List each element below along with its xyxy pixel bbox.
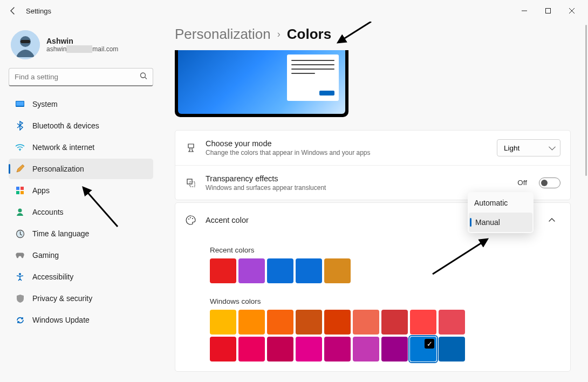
color-swatch[interactable] (410, 310, 436, 335)
svg-rect-0 (546, 9, 551, 13)
sidebar-item-privacy[interactable]: Privacy & security (9, 288, 153, 309)
check-icon: ✓ (425, 339, 434, 349)
sidebar-item-accessibility[interactable]: Accessibility (9, 267, 153, 287)
color-swatch[interactable] (353, 337, 379, 361)
svg-point-19 (192, 218, 193, 219)
desktop-preview (175, 50, 348, 117)
color-swatch[interactable] (381, 337, 408, 361)
sidebar-item-system[interactable]: System (9, 94, 153, 114)
color-swatch[interactable] (324, 337, 351, 361)
avatar (11, 30, 40, 59)
maximize-button[interactable] (536, 2, 560, 19)
color-swatch[interactable] (439, 310, 465, 335)
choose-mode-sub: Change the colors that appear in Windows… (206, 149, 488, 156)
palette-icon (185, 215, 197, 226)
window-title: Settings (26, 7, 51, 15)
search-input[interactable] (9, 68, 153, 86)
user-profile[interactable]: Ashwin ashwinxxxxxxxxmail.com (9, 26, 153, 68)
transparency-state: Off (517, 179, 527, 187)
transparency-title: Transparency effects (206, 174, 509, 183)
color-swatch[interactable] (296, 310, 322, 335)
sidebar-item-label: Personalization (32, 165, 84, 173)
search-icon (140, 72, 148, 83)
svg-rect-9 (20, 187, 24, 190)
transparency-toggle[interactable] (539, 178, 560, 188)
choose-mode-row: Choose your mode Change the colors that … (175, 131, 570, 165)
accent-collapse-button[interactable] (543, 212, 560, 229)
mode-select[interactable]: Light (497, 139, 560, 156)
svg-point-17 (188, 219, 189, 220)
color-swatch[interactable] (210, 310, 236, 335)
sidebar-item-label: Accessibility (32, 272, 73, 281)
sidebar-item-label: Network & internet (32, 143, 94, 152)
sidebar-item-network[interactable]: Network & internet (9, 137, 153, 158)
brush-icon (185, 143, 197, 153)
color-swatch[interactable] (324, 258, 351, 283)
sidebar-item-update[interactable]: Windows Update (9, 310, 153, 330)
svg-point-7 (19, 150, 20, 151)
svg-rect-3 (20, 40, 30, 43)
sidebar-item-label: Gaming (32, 251, 59, 260)
color-swatch[interactable] (296, 258, 322, 283)
sidebar-item-time[interactable]: Time & language (9, 223, 153, 244)
sidebar-item-label: Windows Update (32, 316, 90, 324)
recent-colors-row (210, 258, 469, 283)
chevron-right-icon: › (277, 29, 281, 40)
color-swatch[interactable] (267, 337, 293, 361)
color-swatch[interactable] (238, 258, 265, 283)
sidebar-item-personalization[interactable]: Personalization (9, 159, 153, 179)
svg-point-14 (19, 273, 21, 275)
sidebar-item-label: Privacy & security (32, 294, 92, 303)
color-swatch[interactable] (238, 310, 265, 335)
color-swatch[interactable] (210, 258, 236, 283)
nav-list: SystemBluetooth & devicesNetwork & inter… (9, 94, 153, 330)
windows-colors-grid: ✓ (210, 310, 469, 361)
accent-mode-dropdown: AutomaticManual (468, 192, 534, 233)
sidebar-item-label: Accounts (32, 208, 64, 216)
color-swatch[interactable]: ✓ (410, 337, 436, 361)
color-swatch[interactable] (324, 310, 351, 335)
back-button[interactable] (4, 2, 22, 19)
privacy-icon (15, 294, 25, 303)
svg-point-12 (18, 209, 22, 213)
breadcrumb-parent[interactable]: Personalization (175, 26, 271, 43)
minimize-button[interactable] (512, 2, 536, 19)
user-email: ashwinxxxxxxxxmail.com (46, 45, 118, 53)
bluetooth-icon (15, 121, 25, 131)
sidebar-item-accounts[interactable]: Accounts (9, 202, 153, 222)
accounts-icon (15, 207, 25, 217)
color-swatch[interactable] (296, 337, 322, 361)
sidebar-item-gaming[interactable]: Gaming (9, 245, 153, 265)
network-icon (15, 142, 25, 152)
transparency-sub: Windows and surfaces appear translucent (206, 184, 509, 192)
gaming-icon (15, 250, 25, 260)
sidebar-item-apps[interactable]: Apps (9, 180, 153, 201)
accent-mode-option[interactable]: Automatic (468, 193, 534, 213)
breadcrumb: Personalization › Colors (175, 26, 586, 43)
user-name: Ashwin (46, 37, 118, 45)
color-swatch[interactable] (267, 310, 293, 335)
update-icon (15, 315, 25, 325)
color-swatch[interactable] (381, 310, 408, 335)
svg-rect-10 (16, 191, 19, 194)
accent-color-title: Accent color (206, 216, 461, 224)
color-swatch[interactable] (439, 337, 465, 361)
color-swatch[interactable] (210, 337, 236, 361)
recent-colors-label: Recent colors (210, 246, 560, 254)
scrollbar[interactable] (583, 22, 588, 382)
close-button[interactable] (560, 2, 584, 19)
breadcrumb-current: Colors (287, 26, 331, 43)
sidebar-item-bluetooth[interactable]: Bluetooth & devices (9, 115, 153, 136)
color-swatch[interactable] (238, 337, 265, 361)
choose-mode-title: Choose your mode (206, 139, 488, 148)
accent-mode-option[interactable]: Manual (469, 213, 532, 232)
svg-rect-6 (16, 101, 24, 106)
sidebar-item-label: Apps (32, 186, 50, 195)
transparency-icon (185, 178, 197, 188)
color-swatch[interactable] (353, 310, 379, 335)
windows-colors-label: Windows colors (210, 297, 560, 305)
svg-rect-11 (20, 191, 24, 194)
svg-point-18 (190, 217, 191, 219)
color-swatch[interactable] (267, 258, 293, 283)
svg-point-4 (141, 73, 146, 78)
